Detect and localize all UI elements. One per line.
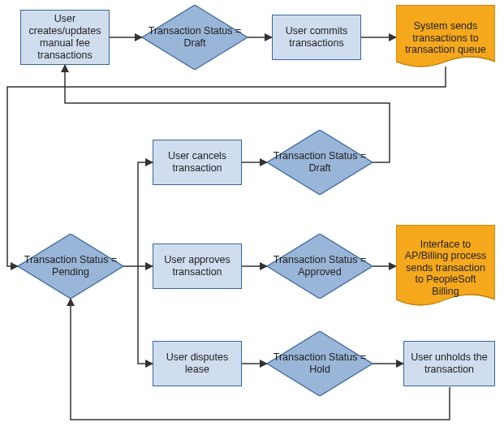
doc-label: System sends transactions to transaction… bbox=[405, 20, 485, 55]
step-label: User disputes lease bbox=[158, 351, 236, 376]
step-label: User approves transaction bbox=[158, 254, 236, 278]
step-create-manual-fee: User creates/updates manual fee transact… bbox=[20, 10, 110, 65]
step-cancel-transaction: User cancels transaction bbox=[153, 140, 242, 185]
decision-status-draft: Transaction Status = Draft bbox=[142, 5, 248, 70]
decision-label: Transaction Status = Pending bbox=[24, 254, 118, 278]
step-label: User unholds the transaction bbox=[409, 351, 489, 376]
doc-interface-billing: Interface to AP/Billing process sends tr… bbox=[396, 225, 495, 311]
decision-status-hold: Transaction Status = Hold bbox=[267, 331, 373, 396]
decision-label: Transaction Status = Hold bbox=[274, 351, 367, 375]
step-unhold-transaction: User unholds the transaction bbox=[403, 341, 495, 386]
doc-send-to-queue: System sends transactions to transaction… bbox=[396, 5, 495, 71]
decision-label: Transaction Status = Approved bbox=[274, 254, 367, 278]
step-label: User cancels transaction bbox=[158, 150, 236, 175]
decision-cancel-status-draft: Transaction Status = Draft bbox=[267, 130, 373, 195]
decision-label: Transaction Status = Draft bbox=[149, 25, 242, 49]
decision-label: Transaction Status = Draft bbox=[274, 150, 367, 174]
step-dispute-lease: User disputes lease bbox=[153, 341, 242, 386]
decision-status-approved: Transaction Status = Approved bbox=[267, 234, 373, 299]
step-label: User creates/updates manual fee transact… bbox=[26, 13, 104, 62]
step-approve-transaction: User approves transaction bbox=[153, 244, 242, 289]
step-label: User commits transactions bbox=[278, 25, 355, 50]
step-commit-transactions: User commits transactions bbox=[272, 15, 361, 60]
decision-status-pending: Transaction Status = Pending bbox=[18, 234, 123, 299]
doc-label: Interface to AP/Billing process sends tr… bbox=[405, 239, 487, 297]
